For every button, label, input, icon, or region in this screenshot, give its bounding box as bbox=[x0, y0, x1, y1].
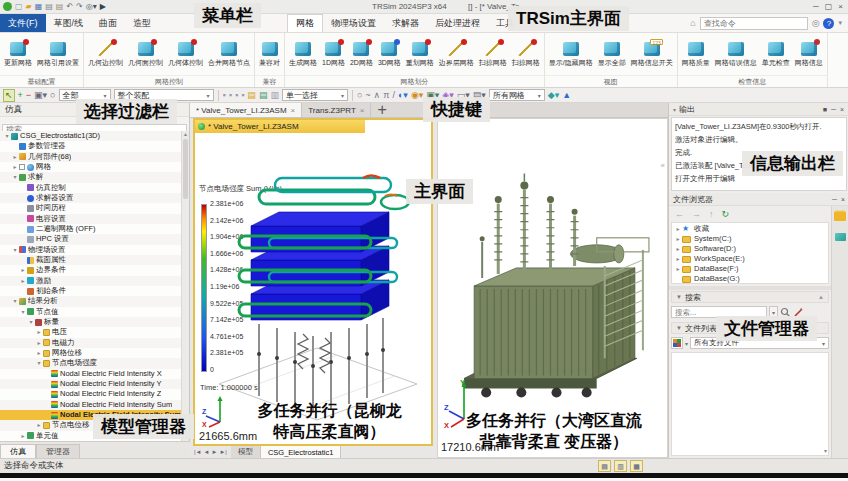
display-toggle[interactable]: ▥ bbox=[614, 460, 627, 472]
active-document-banner[interactable]: * Valve_Tower_LI.Z3ASM bbox=[195, 120, 365, 133]
user-avatar[interactable]: ? bbox=[823, 18, 834, 29]
tree-item[interactable]: ▸电磁力 bbox=[0, 338, 182, 348]
filter-point-icon[interactable]: ▪ bbox=[223, 89, 226, 102]
ribbon-button[interactable]: 网格引用设置 bbox=[35, 41, 81, 68]
tree-item[interactable]: ▾物理场设置 bbox=[0, 245, 182, 255]
ribbon-button[interactable]: 单元检查 bbox=[760, 41, 792, 68]
view-mode-icon[interactable] bbox=[671, 337, 683, 349]
drive-item[interactable]: ▸WorkSpace(E:) bbox=[672, 254, 828, 264]
ribbon-button[interactable]: 2D网格 bbox=[348, 41, 375, 68]
tree-item[interactable]: ▾节点值 bbox=[0, 307, 182, 317]
document-tab[interactable]: * Valve_Tower_LI.Z3ASM× bbox=[190, 103, 302, 117]
menu-tab[interactable]: 物理场设置 bbox=[323, 14, 384, 32]
up-button[interactable]: ↑ bbox=[709, 209, 714, 219]
tree-item[interactable]: 时间历程 bbox=[0, 203, 182, 213]
add-filter-icon[interactable]: + bbox=[18, 89, 23, 102]
tree-item[interactable]: ▸激励 bbox=[0, 276, 182, 286]
file-list[interactable]: ▾ bbox=[671, 352, 829, 456]
drive-item[interactable]: ▸★收藏 bbox=[672, 224, 828, 234]
ribbon-button[interactable]: 合并网格节点 bbox=[206, 41, 252, 68]
save-button[interactable]: ▦ bbox=[35, 2, 43, 12]
filter-face-icon[interactable]: ▪ bbox=[235, 89, 238, 102]
new-tab-button[interactable]: + bbox=[371, 103, 392, 117]
play-button[interactable]: ▶ bbox=[100, 2, 106, 12]
app-logo-icon[interactable] bbox=[3, 2, 12, 11]
collapse-panel-icon[interactable]: « bbox=[661, 161, 665, 170]
drive-item[interactable]: ▸System(C:) bbox=[672, 234, 828, 244]
forward-button[interactable]: → bbox=[692, 209, 701, 219]
nav-icon[interactable]: ►| bbox=[219, 449, 227, 455]
nav-icon[interactable]: ► bbox=[211, 449, 217, 455]
tree-item[interactable]: Nodal Electric Field Intensity X bbox=[0, 369, 182, 379]
tree-item[interactable]: Nodal Electric Field Intensity Y bbox=[0, 379, 182, 389]
chevron-down-icon[interactable]: ▾ bbox=[685, 340, 688, 347]
ribbon-button[interactable]: 显示全部 bbox=[596, 41, 628, 68]
tree-item[interactable]: 电容设置 bbox=[0, 214, 182, 224]
panel-tab[interactable]: 仿真 bbox=[0, 444, 36, 458]
panel-tab[interactable]: 管理器 bbox=[36, 444, 80, 458]
ribbon-button[interactable]: 重划网格 bbox=[404, 41, 436, 68]
filter-dropdown[interactable]: 所有网格▾ bbox=[489, 89, 545, 101]
angle-tool-icon[interactable]: ∧ bbox=[374, 89, 381, 102]
ribbon-button[interactable]: 几何体控制 bbox=[166, 41, 205, 68]
open-button[interactable]: ▰ bbox=[26, 2, 32, 12]
line-tool-icon[interactable]: / bbox=[392, 89, 395, 102]
menu-tab[interactable]: 草图/线 bbox=[46, 14, 92, 32]
filter-edge-icon[interactable]: ▪ bbox=[229, 89, 232, 102]
menu-tab[interactable]: 造型 bbox=[125, 14, 159, 32]
checkbox[interactable] bbox=[19, 164, 25, 170]
close-icon[interactable]: × bbox=[841, 196, 845, 203]
close-tab-icon[interactable]: × bbox=[291, 106, 296, 115]
ribbon-button[interactable]: 3D网格 bbox=[376, 41, 403, 68]
nav-icon[interactable]: |◄ bbox=[194, 449, 202, 455]
chevron-down-icon[interactable]: ▾ bbox=[673, 106, 676, 113]
close-button[interactable]: × bbox=[838, 2, 843, 11]
back-button[interactable]: ← bbox=[675, 209, 684, 219]
new-file-button[interactable]: ▢ bbox=[15, 2, 23, 12]
tree-item[interactable]: ▸电压 bbox=[0, 327, 182, 337]
minimize-icon[interactable]: ─ bbox=[832, 196, 837, 203]
filter-body-icon[interactable]: ▪ bbox=[241, 89, 244, 102]
render-mode-icon[interactable]: ◉▾ bbox=[411, 89, 423, 102]
tree-scrollbar[interactable]: ▲ bbox=[181, 131, 189, 441]
menu-tab[interactable]: 求解器 bbox=[384, 14, 427, 32]
tree-item[interactable]: ▾求解 bbox=[0, 172, 182, 182]
chevron-down-icon[interactable]: ▾ bbox=[838, 19, 842, 27]
shade-mode-icon[interactable]: ◐▾ bbox=[398, 89, 408, 102]
undo-button[interactable]: ↶ bbox=[66, 2, 73, 12]
tree-item[interactable]: Nodal Electric Field Intensity Sum bbox=[0, 400, 182, 410]
home-icon[interactable]: ⌂ bbox=[690, 18, 695, 28]
mesh-display-icon[interactable]: ◆▾ bbox=[548, 89, 559, 102]
menu-tab[interactable]: 曲面 bbox=[91, 14, 125, 32]
tree-item[interactable]: ▾节点电场强度 bbox=[0, 358, 182, 368]
ribbon-button[interactable]: 生成网格 bbox=[287, 41, 319, 68]
tree-item[interactable]: ▸网格位移 bbox=[0, 348, 182, 358]
tree-item[interactable]: 初始条件 bbox=[0, 286, 182, 296]
filter-dropdown[interactable]: 单一选择▾ bbox=[282, 89, 348, 101]
tree-item[interactable]: ▸网格 bbox=[0, 162, 182, 172]
view-tab[interactable]: CSG_Electrostatic1 bbox=[261, 446, 341, 458]
folder-green-icon[interactable]: ▤ bbox=[259, 89, 268, 102]
plot-button[interactable]: ▤ bbox=[56, 2, 64, 12]
ribbon-button[interactable]: 扫掠网格 bbox=[477, 41, 509, 68]
scroll-up-icon[interactable]: ▲ bbox=[818, 294, 824, 300]
tree-item[interactable]: 二遍制网格 (OFF) bbox=[0, 224, 182, 234]
pick-box-icon[interactable]: ▣▾ bbox=[34, 89, 47, 102]
polyline-tool-icon[interactable]: π bbox=[383, 89, 389, 102]
view-tab[interactable]: 模型 bbox=[231, 446, 261, 458]
drive-item[interactable]: DataBase(G:) bbox=[672, 274, 828, 284]
pin-icon[interactable]: ■ bbox=[823, 106, 827, 113]
curve-tool-icon[interactable]: ~ bbox=[365, 89, 370, 102]
command-search-input[interactable] bbox=[700, 17, 808, 30]
ribbon-button[interactable]: 扫掠网格 bbox=[510, 41, 542, 68]
ribbon-button[interactable]: 网格质量 bbox=[680, 41, 712, 68]
drive-item[interactable]: ▸Software(D:) bbox=[672, 244, 828, 254]
model-display-icon[interactable]: ▲ bbox=[562, 89, 571, 102]
gear-icon[interactable]: ◎ bbox=[812, 18, 820, 28]
redo-button[interactable]: ↷ bbox=[76, 2, 83, 12]
ribbon-button[interactable]: 显示/隐藏网格 bbox=[547, 41, 595, 68]
folder-icon[interactable] bbox=[834, 212, 846, 221]
tree-item[interactable]: Nodal Electric Field Intensity Z bbox=[0, 389, 182, 399]
pick-cursor-icon[interactable]: ↖ bbox=[3, 89, 15, 102]
close-tab-icon[interactable]: × bbox=[360, 106, 365, 115]
